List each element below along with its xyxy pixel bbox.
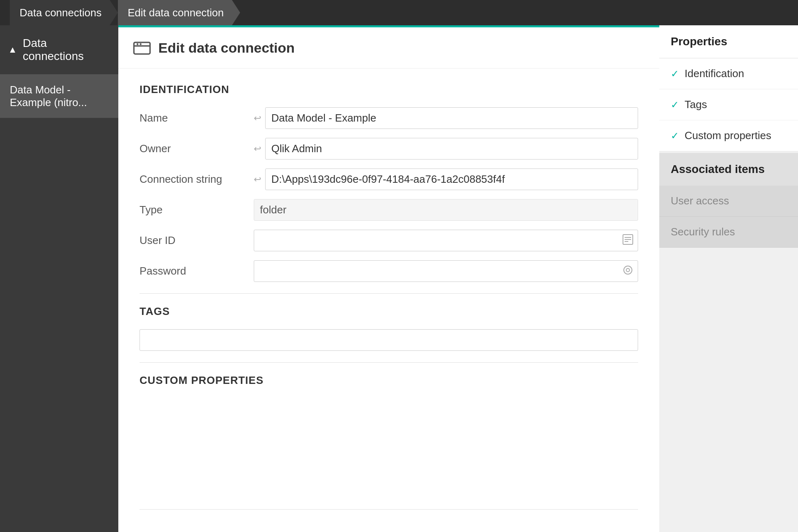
svg-point-2 [137, 43, 138, 45]
svg-point-8 [624, 266, 632, 274]
sidebar-collapse-icon: ▲ [8, 44, 17, 55]
connection-string-undo-icon[interactable]: ↩ [254, 174, 261, 185]
tags-divider [140, 362, 638, 363]
tags-row [140, 329, 638, 351]
associated-items-section: Associated items User access Security ru… [659, 153, 798, 248]
breadcrumb-edit-connection-label: Edit data connection [128, 7, 224, 19]
name-input[interactable] [265, 107, 638, 129]
props-item-identification[interactable]: ✓ Identification [659, 58, 798, 89]
sidebar: ▲ Data connections Data Model - Example … [0, 25, 118, 532]
type-label: Type [140, 204, 254, 216]
main-layout: ▲ Data connections Data Model - Example … [0, 25, 798, 532]
custom-properties-check-icon: ✓ [671, 130, 679, 142]
properties-panel-title: Properties [659, 25, 798, 58]
custom-properties-section-title: CUSTOM PROPERTIES [140, 374, 638, 387]
associated-items-title: Associated items [659, 153, 798, 186]
owner-undo-icon[interactable]: ↩ [254, 144, 261, 154]
name-field-wrapper: ↩ [254, 107, 638, 129]
custom-properties-divider [140, 509, 638, 510]
password-input-wrapper [254, 260, 638, 282]
form-panel: Edit data connection IDENTIFICATION Name… [118, 25, 659, 532]
connection-string-field-wrapper: ↩ [254, 168, 638, 190]
sidebar-item-data-model[interactable]: Data Model - Example (nitro... [0, 75, 118, 118]
svg-point-3 [140, 43, 142, 45]
sidebar-item-label: Data Model - Example (nitro... [10, 84, 87, 109]
properties-panel: Properties ✓ Identification ✓ Tags ✓ Cus… [659, 25, 798, 532]
userid-input-wrapper [254, 230, 638, 251]
assoc-item-security-rules-label: Security rules [671, 226, 735, 238]
userid-field-wrapper [254, 230, 638, 251]
breadcrumb-edit-connection[interactable]: Edit data connection [118, 0, 240, 25]
type-value: folder [254, 199, 638, 221]
breadcrumb-bar: Data connections Edit data connection [0, 0, 798, 25]
name-label: Name [140, 112, 254, 124]
assoc-item-security-rules[interactable]: Security rules [659, 217, 798, 248]
breadcrumb-data-connections-label: Data connections [20, 7, 102, 19]
userid-label: User ID [140, 234, 254, 247]
breadcrumb-data-connections[interactable]: Data connections [10, 0, 118, 25]
owner-label: Owner [140, 142, 254, 155]
props-item-tags-label: Tags [685, 98, 707, 111]
connection-string-row: Connection string ↩ [140, 168, 638, 190]
userid-row: User ID [140, 230, 638, 251]
userid-icon[interactable] [623, 234, 633, 247]
password-icon[interactable] [623, 265, 633, 278]
sidebar-header[interactable]: ▲ Data connections [0, 25, 118, 75]
owner-field-wrapper: ↩ [254, 138, 638, 160]
type-field-wrapper: folder [254, 199, 638, 221]
form-panel-header: Edit data connection [118, 27, 659, 69]
props-item-custom-properties-label: Custom properties [685, 129, 771, 142]
identification-divider [140, 293, 638, 294]
type-row: Type folder [140, 199, 638, 221]
form-content: IDENTIFICATION Name ↩ Owner ↩ [118, 69, 659, 532]
owner-input[interactable] [265, 138, 638, 160]
tags-section-title: TAGS [140, 305, 638, 318]
password-field-wrapper [254, 260, 638, 282]
password-input[interactable] [254, 260, 638, 282]
name-row: Name ↩ [140, 107, 638, 129]
tags-input[interactable] [140, 329, 638, 351]
userid-input[interactable] [254, 230, 638, 251]
password-row: Password [140, 260, 638, 282]
connector-icon [133, 39, 151, 57]
edit-panel: Edit data connection IDENTIFICATION Name… [118, 25, 798, 532]
connection-string-input[interactable] [265, 168, 638, 190]
identification-check-icon: ✓ [671, 68, 679, 80]
sidebar-header-label: Data connections [23, 37, 110, 63]
svg-rect-0 [134, 42, 150, 54]
form-panel-title: Edit data connection [158, 40, 295, 56]
name-undo-icon[interactable]: ↩ [254, 113, 261, 124]
identification-section-title: IDENTIFICATION [140, 83, 638, 96]
content-area: Edit data connection IDENTIFICATION Name… [118, 25, 798, 532]
svg-point-9 [626, 268, 630, 272]
owner-row: Owner ↩ [140, 138, 638, 160]
props-item-tags[interactable]: ✓ Tags [659, 89, 798, 120]
props-item-custom-properties[interactable]: ✓ Custom properties [659, 120, 798, 151]
assoc-item-user-access-label: User access [671, 195, 729, 207]
tags-check-icon: ✓ [671, 99, 679, 111]
connection-string-label: Connection string [140, 173, 254, 186]
password-label: Password [140, 265, 254, 277]
assoc-item-user-access[interactable]: User access [659, 186, 798, 217]
props-item-identification-label: Identification [685, 67, 744, 80]
